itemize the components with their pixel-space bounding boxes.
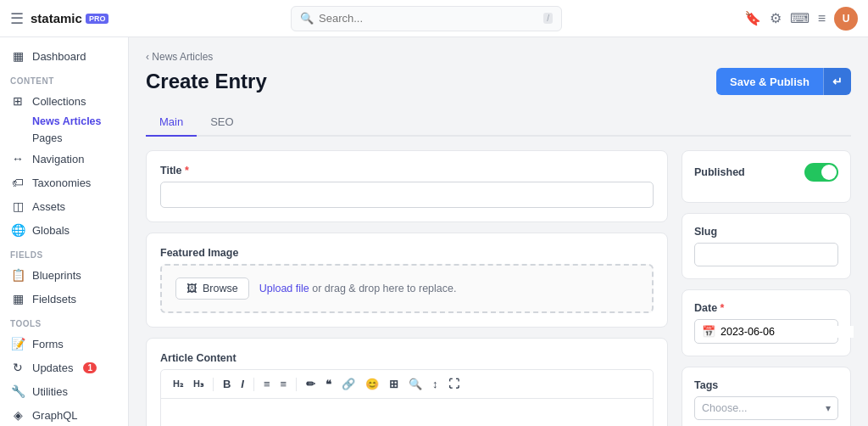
sidebar-item-globals[interactable]: 🌐 Globals: [0, 218, 128, 242]
date-input-wrap: 📅 2023-06-06: [694, 319, 838, 344]
toolbar-quote[interactable]: ❝: [322, 375, 335, 393]
sidebar-label-forms: Forms: [32, 338, 64, 350]
collections-icon: ⊞: [10, 94, 25, 108]
upload-file-link[interactable]: Upload file: [259, 283, 309, 294]
sidebar-label-utilities: Utilities: [32, 385, 68, 398]
editor-content[interactable]: [161, 399, 653, 426]
toolbar-ul[interactable]: ≡: [260, 375, 274, 393]
title-label: Title *: [160, 165, 654, 177]
toolbar-link[interactable]: 🔗: [338, 375, 359, 393]
fieldsets-icon: ▦: [10, 292, 25, 305]
sidebar-item-navigation[interactable]: ↔ Navigation: [0, 147, 128, 171]
editor-wrap: H₂ H₃ B I ≡ ≡ ✏ ❝ 🔗: [160, 369, 654, 426]
header-actions: Save & Publish ↵: [716, 68, 851, 95]
toolbar-bold[interactable]: B: [220, 375, 234, 393]
nav-left: ☰ statamic PRO: [10, 9, 108, 28]
updates-badge: 1: [83, 362, 97, 373]
navigation-icon: ↔: [10, 152, 25, 165]
list-icon[interactable]: ≡: [818, 11, 826, 26]
editor-toolbar: H₂ H₃ B I ≡ ≡ ✏ ❝ 🔗: [161, 370, 653, 399]
publish-arrow-icon[interactable]: ↵: [823, 68, 851, 95]
save-publish-button[interactable]: Save & Publish ↵: [716, 68, 851, 95]
sidebar-item-updates[interactable]: ↻ Updates 1: [0, 356, 128, 379]
search-input[interactable]: [319, 12, 538, 25]
sidebar-item-taxonomies[interactable]: 🏷 Taxonomies: [0, 171, 128, 194]
dashboard-icon: ▦: [10, 49, 25, 63]
search-bar: 🔍 /: [115, 6, 737, 31]
date-input[interactable]: 2023-06-06: [721, 326, 854, 338]
toolbar-sep-1: [213, 378, 214, 391]
tags-select[interactable]: Choose... ▾: [694, 396, 838, 420]
bookmark-icon[interactable]: 🔖: [744, 10, 761, 26]
sidebar-item-fieldsets[interactable]: ▦ Fieldsets: [0, 287, 128, 311]
avatar[interactable]: U: [834, 7, 858, 31]
sidebar-label-graphql: GraphQL: [32, 409, 77, 422]
sidebar-item-collections[interactable]: ⊞ Collections: [0, 89, 128, 113]
breadcrumb[interactable]: ‹ News Articles: [146, 51, 851, 63]
sidebar-item-utilities[interactable]: 🔧 Utilities: [0, 379, 128, 403]
sidebar-item-graphql[interactable]: ◈ GraphQL: [0, 403, 128, 426]
taxonomies-icon: 🏷: [10, 176, 25, 189]
tab-seo[interactable]: SEO: [197, 109, 247, 137]
toolbar-h3[interactable]: H₃: [190, 376, 207, 392]
sidebar-item-news-articles[interactable]: News Articles: [0, 113, 128, 130]
date-card: Date * 📅 2023-06-06: [682, 289, 851, 356]
save-publish-label: Save & Publish: [716, 69, 823, 95]
sidebar-item-dashboard[interactable]: ▦ Dashboard: [0, 44, 128, 68]
sidebar-item-pages[interactable]: Pages: [0, 130, 128, 147]
title-input[interactable]: [160, 182, 654, 208]
title-card: Title *: [146, 150, 668, 222]
sidebar-item-blueprints[interactable]: 📋 Blueprints: [0, 263, 128, 287]
sidebar-label-fieldsets: Fieldsets: [32, 293, 76, 305]
tabs: Main SEO: [146, 109, 851, 137]
sidebar-label-globals: Globals: [32, 224, 70, 237]
slug-input[interactable]: [694, 243, 838, 266]
sidebar-label-dashboard: Dashboard: [32, 50, 86, 63]
tab-main[interactable]: Main: [146, 109, 197, 137]
sidebar-item-forms[interactable]: 📝 Forms: [0, 332, 128, 356]
keyboard-icon[interactable]: ⌨: [790, 10, 810, 26]
toolbar-table[interactable]: ⊞: [386, 375, 402, 393]
sidebar-label-blueprints: Blueprints: [32, 269, 81, 282]
slug-card: Slug: [682, 213, 851, 279]
section-fields: FIELDS: [0, 242, 128, 263]
tags-card: Tags Choose... ▾: [682, 367, 851, 426]
featured-image-dropzone[interactable]: 🖼 Browse Upload file or drag & drop here…: [160, 264, 654, 313]
toolbar-fullscreen[interactable]: ⛶: [445, 375, 463, 393]
browse-button[interactable]: 🖼 Browse: [175, 277, 249, 300]
toolbar-ol[interactable]: ≡: [277, 375, 291, 393]
published-card-title: Published: [694, 163, 838, 182]
sidebar: ▦ Dashboard CONTENT ⊞ Collections News A…: [0, 37, 129, 426]
sidebar-label-taxonomies: Taxonomies: [32, 177, 91, 189]
toggle-slider: [804, 163, 838, 182]
utilities-icon: 🔧: [10, 384, 25, 398]
toolbar-h2[interactable]: H₂: [170, 376, 186, 392]
published-toggle[interactable]: [804, 163, 838, 182]
sidebar-label-collections: Collections: [32, 95, 86, 108]
date-label: Date *: [694, 302, 838, 314]
assets-icon: ◫: [10, 199, 25, 213]
menu-icon[interactable]: ☰: [10, 9, 24, 28]
browse-icon: 🖼: [186, 283, 198, 294]
upload-text: Upload file or drag & drop here to repla…: [259, 283, 457, 294]
toolbar-move[interactable]: ↕: [429, 375, 442, 393]
title-required: *: [185, 165, 189, 177]
graphql-icon: ◈: [10, 408, 25, 422]
toolbar-emoji[interactable]: 😊: [362, 375, 382, 393]
date-required: *: [721, 302, 725, 314]
gear-icon[interactable]: ⚙: [770, 10, 782, 26]
toolbar-highlight[interactable]: ✏: [303, 375, 319, 393]
featured-image-label: Featured Image: [160, 247, 654, 259]
browse-label: Browse: [203, 283, 238, 294]
article-content-card: Article Content H₂ H₃ B I ≡ ≡: [146, 338, 668, 426]
toolbar-italic[interactable]: I: [237, 375, 248, 393]
toolbar-search[interactable]: 🔍: [405, 375, 426, 393]
slug-label: Slug: [694, 226, 838, 238]
tags-placeholder: Choose...: [702, 402, 826, 414]
form-main: Title * Featured Image 🖼 Browse: [146, 150, 668, 426]
published-card: Published: [682, 150, 851, 203]
sidebar-item-assets[interactable]: ◫ Assets: [0, 194, 128, 218]
calendar-icon: 📅: [702, 325, 715, 338]
logo: statamic PRO: [31, 11, 108, 25]
globals-icon: 🌐: [10, 223, 25, 237]
